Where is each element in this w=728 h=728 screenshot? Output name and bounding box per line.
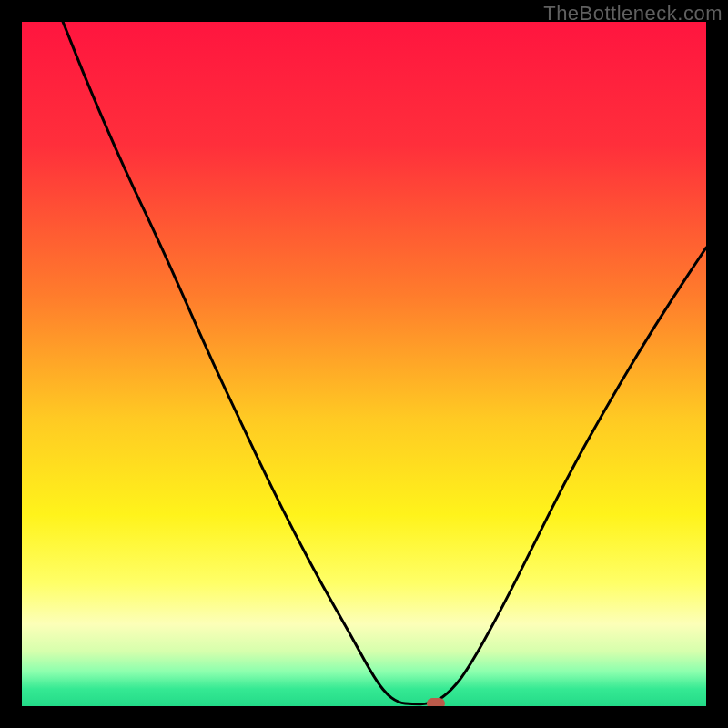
watermark-text: TheBottleneck.com: [543, 2, 723, 25]
chart-container: TheBottleneck.com: [0, 0, 728, 728]
optimal-marker: [427, 698, 445, 706]
gradient-background: [22, 22, 706, 706]
bottleneck-curve-chart: [22, 22, 706, 706]
plot-area: [22, 22, 706, 706]
